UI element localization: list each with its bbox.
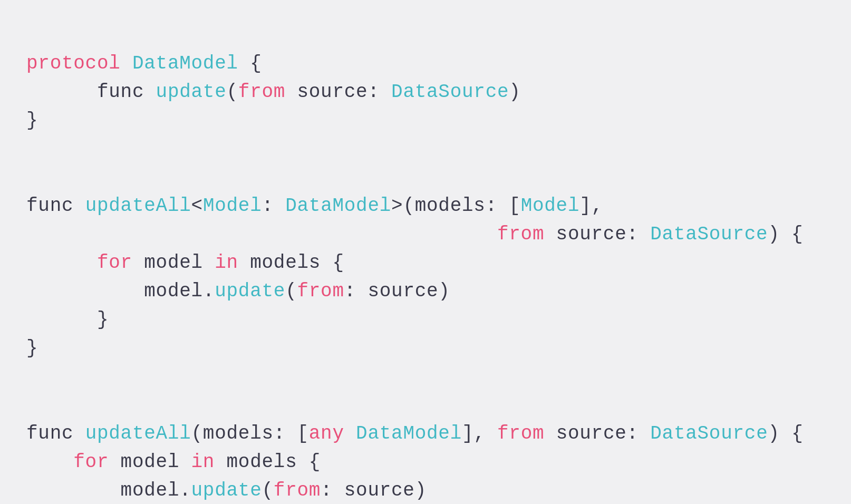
code-segment: any [309,423,344,444]
code-segment: } [26,110,38,131]
code-segment [26,451,73,473]
code-segment: ) { [768,224,803,245]
code-segment: models { [215,451,321,473]
code-segment: ], [579,195,603,217]
code-line: } [26,334,803,363]
code-segment: func [26,195,85,217]
code-segment: { [238,53,262,74]
code-segment: model. [26,280,215,302]
code-line: for model in models { [26,249,803,277]
code-segment: ) [509,81,520,103]
code-line [26,391,803,420]
code-segment: from [274,480,321,501]
code-line: func update(from source: DataSource) [26,78,803,106]
code-segment: DataSource [391,81,509,103]
code-segment: DataModel [285,195,391,217]
code-line: func updateAll(models: [any DataModel], … [26,420,803,448]
code-segment: } [26,309,109,331]
code-line: } [26,306,803,334]
code-segment: from [497,423,544,444]
code-segment: } [26,337,38,359]
code-segment: source: [544,423,650,444]
code-line [26,135,803,163]
code-segment: DataSource [650,224,768,245]
code-segment: update [156,81,227,103]
code-segment: model [109,451,191,473]
code-segment: >(models: [ [391,195,521,217]
code-segment: : source) [321,480,427,501]
code-segment: ( [262,480,273,501]
code-segment: : [262,195,286,217]
code-line [26,363,803,391]
code-segment: DataSource [650,423,768,444]
code-segment: from [238,81,285,103]
code-line: for model in models { [26,448,803,477]
code-segment: func [26,81,156,103]
code-segment: from [497,224,544,245]
code-segment: for [73,451,109,473]
code-segment: source: [544,224,650,245]
code-line: protocol DataModel { [26,50,803,78]
code-segment: Model [521,195,580,217]
code-segment: model. [26,480,191,501]
code-segment: ( [227,81,238,103]
code-segment [26,224,497,245]
code-segment: protocol [26,53,132,74]
code-segment: update [215,280,285,302]
code-segment: from [297,280,344,302]
code-segment: ) { [768,423,803,444]
code-line: model.update(from: source) [26,477,803,504]
code-segment: Model [203,195,262,217]
code-segment: in [191,451,215,473]
code-line: from source: DataSource) { [26,220,803,249]
code-line: } [26,106,803,135]
code-segment: func [26,423,85,444]
code-display: protocol DataModel { func update(from so… [26,21,803,504]
code-segment: : source) [344,280,450,302]
code-line [26,163,803,192]
code-segment: ( [285,280,297,302]
code-segment [26,252,97,274]
code-segment: ], [462,423,497,444]
code-segment: model [132,252,215,274]
code-segment: in [215,252,238,274]
code-segment: < [191,195,203,217]
code-segment: for [97,252,132,274]
code-segment: updateAll [85,195,191,217]
code-segment [344,423,356,444]
code-segment: DataModel [132,53,238,74]
code-segment: DataModel [356,423,462,444]
code-line: func updateAll<Model: DataModel>(models:… [26,192,803,220]
code-segment: updateAll [85,423,191,444]
code-segment: (models: [ [191,423,309,444]
code-segment: source: [285,81,391,103]
code-segment: update [191,480,262,501]
code-line: model.update(from: source) [26,277,803,306]
code-segment: models { [238,252,344,274]
